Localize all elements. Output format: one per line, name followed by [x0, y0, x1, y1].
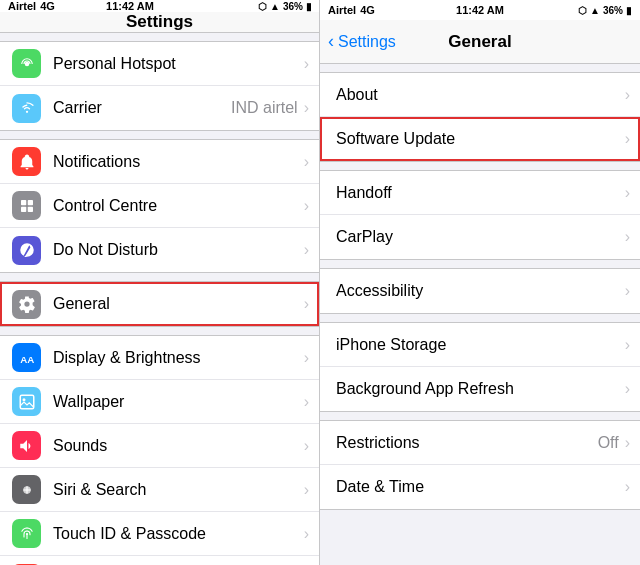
svg-point-1	[25, 111, 27, 113]
row-general[interactable]: General ›	[0, 282, 319, 326]
carrier-icon	[12, 94, 41, 123]
svg-point-10	[25, 532, 27, 534]
row-iphone-storage[interactable]: iPhone Storage ›	[320, 323, 640, 367]
do-not-disturb-label: Do Not Disturb	[53, 241, 304, 259]
wallpaper-chevron: ›	[304, 393, 309, 411]
svg-point-8	[22, 398, 25, 401]
group-4: AA Display & Brightness › Wallpaper › So…	[0, 327, 319, 565]
hotspot-label: Personal Hotspot	[53, 55, 304, 73]
sounds-icon	[12, 431, 41, 460]
sounds-chevron: ›	[304, 437, 309, 455]
right-group-2-inner: Handoff › CarPlay ›	[320, 170, 640, 260]
row-touchid[interactable]: Touch ID & Passcode ›	[0, 512, 319, 556]
row-notifications[interactable]: Notifications ›	[0, 140, 319, 184]
accessibility-chevron: ›	[625, 282, 630, 300]
notifications-icon	[12, 147, 41, 176]
row-software-update[interactable]: Software Update ›	[320, 117, 640, 161]
carrier-value: IND airtel	[231, 99, 298, 117]
time-left: 11:42 AM	[106, 0, 154, 12]
right-group-4: iPhone Storage › Background App Refresh …	[320, 314, 640, 412]
left-nav-bar: Settings	[0, 12, 319, 33]
right-group-3: Accessibility ›	[320, 260, 640, 314]
row-sounds[interactable]: Sounds ›	[0, 424, 319, 468]
accessibility-label: Accessibility	[336, 282, 625, 300]
status-right-right: ⬡ ▲ 36% ▮	[578, 5, 632, 16]
left-panel-title: Settings	[126, 12, 193, 32]
software-update-chevron: ›	[625, 130, 630, 148]
right-group-2: Handoff › CarPlay ›	[320, 162, 640, 260]
do-not-disturb-icon	[12, 236, 41, 265]
right-group-4-inner: iPhone Storage › Background App Refresh …	[320, 322, 640, 412]
row-carrier[interactable]: Carrier IND airtel ›	[0, 86, 319, 130]
right-group-5: Restrictions Off › Date & Time ›	[320, 412, 640, 510]
row-siri[interactable]: Siri & Search ›	[0, 468, 319, 512]
row-carplay[interactable]: CarPlay ›	[320, 215, 640, 259]
row-wallpaper[interactable]: Wallpaper ›	[0, 380, 319, 424]
software-update-label: Software Update	[336, 130, 625, 148]
svg-rect-5	[27, 206, 32, 211]
group-2: Notifications › Control Centre › Do Not …	[0, 131, 319, 273]
battery-icon: ▮	[306, 1, 312, 12]
carrier-label: Carrier	[53, 99, 231, 117]
group-1: Personal Hotspot › Carrier IND airtel ›	[0, 33, 319, 131]
background-app-label: Background App Refresh	[336, 380, 625, 398]
about-chevron: ›	[625, 86, 630, 104]
date-time-chevron: ›	[625, 478, 630, 496]
carrier-chevron: ›	[304, 99, 309, 117]
group-1-inner: Personal Hotspot › Carrier IND airtel ›	[0, 41, 319, 131]
restrictions-chevron: ›	[625, 434, 630, 452]
right-group-1: About › Software Update ›	[320, 64, 640, 162]
carplay-chevron: ›	[625, 228, 630, 246]
notifications-chevron: ›	[304, 153, 309, 171]
row-do-not-disturb[interactable]: Do Not Disturb ›	[0, 228, 319, 272]
row-display[interactable]: AA Display & Brightness ›	[0, 336, 319, 380]
row-personal-hotspot[interactable]: Personal Hotspot ›	[0, 42, 319, 86]
siri-label: Siri & Search	[53, 481, 304, 499]
row-about[interactable]: About ›	[320, 73, 640, 117]
group-3-inner: General ›	[0, 281, 319, 327]
status-bar-right: Airtel 4G 11:42 AM ⬡ ▲ 36% ▮	[320, 0, 640, 20]
time-right: 11:42 AM	[456, 4, 504, 16]
wallpaper-label: Wallpaper	[53, 393, 304, 411]
row-control-centre[interactable]: Control Centre ›	[0, 184, 319, 228]
notifications-label: Notifications	[53, 153, 304, 171]
hotspot-icon	[12, 49, 41, 78]
status-bar-left: Airtel 4G 11:42 AM ⬡ ▲ 36% ▮	[0, 0, 320, 12]
display-chevron: ›	[304, 349, 309, 367]
back-label: Settings	[338, 33, 396, 51]
carrier-left: Airtel	[8, 0, 36, 12]
status-left: Airtel 4G	[8, 0, 55, 12]
restrictions-value: Off	[598, 434, 619, 452]
touchid-chevron: ›	[304, 525, 309, 543]
battery-right: 36%	[603, 5, 623, 16]
general-icon	[12, 290, 41, 319]
group-2-inner: Notifications › Control Centre › Do Not …	[0, 139, 319, 273]
signal-icon-right: ▲	[590, 5, 600, 16]
network-right: 4G	[360, 4, 375, 16]
row-date-time[interactable]: Date & Time ›	[320, 465, 640, 509]
row-sos[interactable]: SOS Emergency SOS ›	[0, 556, 319, 565]
row-restrictions[interactable]: Restrictions Off ›	[320, 421, 640, 465]
touchid-label: Touch ID & Passcode	[53, 525, 304, 543]
right-nav-bar: ‹ Settings General	[320, 20, 640, 64]
svg-text:AA: AA	[20, 353, 34, 364]
row-handoff[interactable]: Handoff ›	[320, 171, 640, 215]
display-icon: AA	[12, 343, 41, 372]
iphone-storage-label: iPhone Storage	[336, 336, 625, 354]
right-group-3-inner: Accessibility ›	[320, 268, 640, 314]
display-label: Display & Brightness	[53, 349, 304, 367]
carplay-label: CarPlay	[336, 228, 625, 246]
wifi-icon: ⬡	[258, 1, 267, 12]
back-button[interactable]: ‹ Settings	[328, 31, 396, 52]
row-accessibility[interactable]: Accessibility ›	[320, 269, 640, 313]
wifi-icon-right: ⬡	[578, 5, 587, 16]
battery-icon-right: ▮	[626, 5, 632, 16]
general-label: General	[53, 295, 304, 313]
handoff-label: Handoff	[336, 184, 625, 202]
control-centre-label: Control Centre	[53, 197, 304, 215]
row-background-app[interactable]: Background App Refresh ›	[320, 367, 640, 411]
restrictions-label: Restrictions	[336, 434, 598, 452]
do-not-disturb-chevron: ›	[304, 241, 309, 259]
svg-rect-7	[20, 395, 34, 409]
siri-icon	[12, 475, 41, 504]
